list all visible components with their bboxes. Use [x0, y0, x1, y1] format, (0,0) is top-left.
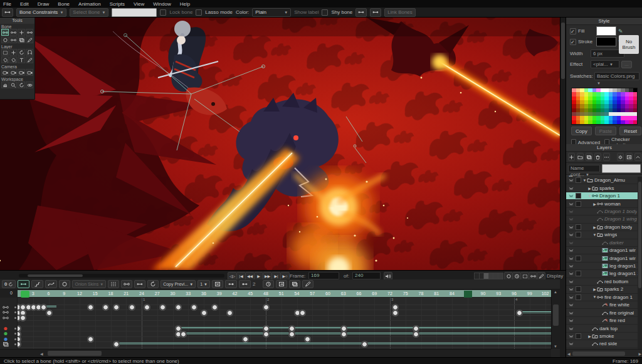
- layer-row-smoke[interactable]: ▶smoke: [566, 333, 638, 340]
- transform-bone-tool[interactable]: [9, 29, 17, 36]
- keyframe-dot[interactable]: [20, 315, 26, 321]
- expand-arrow-icon[interactable]: ▶: [587, 334, 592, 338]
- menu-file[interactable]: File: [3, 1, 11, 7]
- color-palette[interactable]: [571, 88, 638, 125]
- visibility-eye-icon[interactable]: [566, 241, 576, 245]
- collapse-all-button[interactable]: [634, 153, 641, 161]
- visibility-eye-icon[interactable]: [566, 178, 576, 182]
- show-bones-button[interactable]: [121, 280, 132, 288]
- layer-checkbox[interactable]: [576, 256, 581, 261]
- menu-window[interactable]: Window: [153, 1, 171, 7]
- bone-dynamics-button[interactable]: [134, 280, 145, 288]
- menu-edit[interactable]: Edit: [20, 1, 29, 7]
- menu-bone[interactable]: Bone: [58, 1, 70, 7]
- transform-layer-tool[interactable]: [1, 49, 9, 56]
- layer-settings-button[interactable]: [617, 153, 624, 161]
- stroke-color-swatch[interactable]: [596, 37, 616, 46]
- scroll-up-icon[interactable]: ▲: [554, 290, 557, 294]
- more-options-button[interactable]: [603, 153, 610, 161]
- keyframe-dot[interactable]: [129, 304, 135, 310]
- layer-row-sparks-2[interactable]: ▶sparks 2: [566, 286, 638, 293]
- layer-row-sparks[interactable]: ▶sparks: [566, 184, 638, 192]
- keyframe-dot[interactable]: [144, 304, 150, 310]
- scrollbar-handle[interactable]: [28, 274, 83, 277]
- paste-style-button[interactable]: Paste: [595, 127, 616, 135]
- layer-row-dragon1-wir[interactable]: ▶dragon1 wir: [566, 247, 638, 254]
- link-bones-button[interactable]: Link Bones: [384, 8, 416, 17]
- keyframe-dot[interactable]: [181, 331, 186, 337]
- layer-row-dragon-1-body[interactable]: ▶Dragon 1 body: [566, 208, 638, 216]
- bone-constraints-button[interactable]: Bone Constraints▼: [16, 8, 66, 17]
- roll-camera-tool[interactable]: [18, 69, 25, 76]
- keyframe-dot[interactable]: [263, 331, 269, 337]
- scroll-right-icon[interactable]: ▶: [638, 351, 641, 356]
- paint-bucket-tool[interactable]: [9, 56, 17, 63]
- menu-scripts[interactable]: Scripts: [110, 1, 125, 7]
- keyframe-dot[interactable]: [289, 331, 295, 337]
- scrollbar-handle[interactable]: [561, 23, 565, 79]
- rewind-to-zero-button[interactable]: 0: [2, 280, 16, 288]
- timeline-horizontal-scrollbar[interactable]: ◀: [0, 349, 551, 357]
- fill-color-swatch[interactable]: [596, 26, 616, 36]
- layer-checkbox[interactable]: [576, 193, 581, 199]
- expand-arrow-icon[interactable]: ▶: [587, 186, 592, 190]
- bone-tool-icon[interactable]: [2, 8, 13, 17]
- bone-strength-tool[interactable]: [1, 36, 9, 43]
- channel-select-dot[interactable]: [14, 333, 16, 335]
- keyframe-dot[interactable]: [191, 304, 197, 310]
- clear-keys-button[interactable]: [212, 280, 223, 288]
- timeline-playhead[interactable]: [21, 291, 29, 298]
- visibility-eye-icon[interactable]: [566, 264, 576, 268]
- reset-style-button[interactable]: Reset: [619, 127, 641, 135]
- select-shape-tool[interactable]: [1, 56, 9, 63]
- visibility-eye-icon[interactable]: [566, 341, 576, 346]
- pan-tool[interactable]: [1, 81, 9, 88]
- visibility-eye-icon[interactable]: [566, 311, 576, 315]
- layer-row-fire-red[interactable]: ▶fire red: [566, 317, 638, 325]
- bind-points-tool[interactable]: [26, 36, 33, 43]
- pan-tilt-camera-tool[interactable]: [26, 69, 33, 76]
- bone-search-input[interactable]: [112, 8, 157, 17]
- keyframe-dot[interactable]: [263, 304, 269, 310]
- visibility-eye-icon[interactable]: [566, 248, 576, 252]
- palette-swatch[interactable]: [633, 120, 638, 124]
- grid-snap-button[interactable]: [108, 280, 119, 288]
- repeat-count-dropdown[interactable]: 1▼: [197, 280, 210, 288]
- keyframe-dot[interactable]: [392, 310, 398, 316]
- scroll-left-icon[interactable]: ◀: [567, 351, 571, 356]
- layer-visibility-channel[interactable]: [0, 341, 18, 347]
- copy-style-button[interactable]: Copy: [571, 127, 592, 135]
- effect-options-button[interactable]: ...: [621, 61, 632, 68]
- stroke-checkbox[interactable]: ✓: [570, 39, 576, 45]
- copy-frame-button[interactable]: [289, 280, 300, 288]
- channel-select-dot[interactable]: [14, 306, 16, 308]
- rotate-keys-button[interactable]: [147, 280, 159, 288]
- keyframe-dot[interactable]: [103, 304, 108, 310]
- layer-row-wings[interactable]: ▼wings: [566, 231, 638, 239]
- keyframe-dot[interactable]: [362, 341, 367, 347]
- range-end-marker[interactable]: [464, 291, 472, 298]
- orbit-workspace-tool[interactable]: [26, 81, 33, 88]
- bone-scale-channel[interactable]: [0, 315, 18, 321]
- layer-row-leg-dragon1-2[interactable]: ▶leg dragon1 2: [566, 270, 638, 278]
- visibility-eye-icon[interactable]: [566, 194, 576, 198]
- keyframe-dot[interactable]: [227, 310, 233, 316]
- expand-arrow-icon[interactable]: ▶: [592, 202, 597, 206]
- add-point-tool[interactable]: [9, 49, 17, 56]
- new-folder-button[interactable]: [577, 153, 584, 161]
- keyframe-dot[interactable]: [201, 310, 207, 316]
- visibility-eye-icon[interactable]: [566, 287, 576, 291]
- collapse-arrow-icon[interactable]: ▼: [592, 295, 597, 299]
- visibility-eye-icon[interactable]: [566, 279, 576, 284]
- layers-vertical-scrollbar[interactable]: [638, 177, 642, 349]
- swatches-dropdown[interactable]: Basic Colors.png ▼: [594, 72, 639, 80]
- view-mode-tile[interactable]: [498, 273, 503, 279]
- layer-search-input[interactable]: [602, 164, 641, 173]
- rotate-workspace-tool[interactable]: [18, 81, 25, 88]
- canvas-viewport[interactable]: [0, 18, 560, 270]
- scrollbar-handle[interactable]: [638, 182, 641, 288]
- keyframe-dot[interactable]: [341, 331, 347, 337]
- collapse-arrow-icon[interactable]: ▼: [587, 194, 592, 198]
- previous-key-button[interactable]: [225, 280, 237, 288]
- add-bone-tool[interactable]: [18, 29, 25, 36]
